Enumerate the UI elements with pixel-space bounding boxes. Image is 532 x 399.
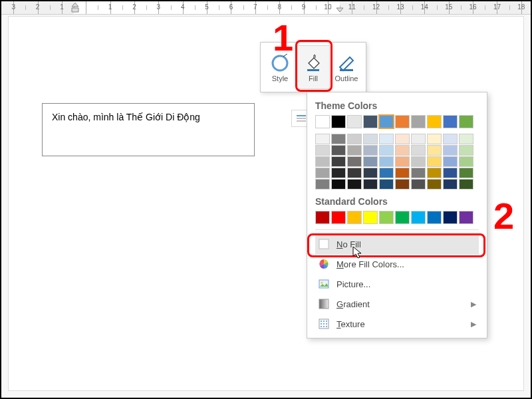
color-swatch[interactable] bbox=[395, 145, 410, 156]
color-swatch[interactable] bbox=[459, 211, 473, 224]
divider bbox=[315, 229, 479, 230]
color-swatch[interactable] bbox=[459, 168, 473, 178]
color-swatch[interactable] bbox=[363, 145, 378, 156]
color-swatch[interactable] bbox=[411, 156, 426, 167]
color-swatch[interactable] bbox=[459, 115, 473, 128]
color-swatch[interactable] bbox=[331, 179, 346, 190]
color-swatch[interactable] bbox=[331, 211, 346, 224]
color-swatch[interactable] bbox=[411, 145, 426, 156]
color-swatch[interactable] bbox=[379, 179, 394, 190]
color-swatch[interactable] bbox=[315, 134, 330, 144]
gradient-label: Gradient bbox=[336, 299, 370, 309]
color-swatch[interactable] bbox=[395, 156, 410, 167]
color-swatch[interactable] bbox=[411, 168, 426, 178]
color-swatch[interactable] bbox=[459, 134, 473, 144]
theme-colors-title: Theme Colors bbox=[315, 100, 479, 111]
color-swatch[interactable] bbox=[443, 179, 458, 190]
color-swatch[interactable] bbox=[379, 168, 394, 178]
color-swatch[interactable] bbox=[427, 179, 442, 190]
color-swatch[interactable] bbox=[427, 156, 442, 167]
color-swatch[interactable] bbox=[459, 145, 473, 156]
color-swatch[interactable] bbox=[443, 134, 458, 144]
color-swatch[interactable] bbox=[395, 115, 410, 128]
color-swatch[interactable] bbox=[443, 211, 458, 224]
gradient-fill-item[interactable]: Gradient ▶ bbox=[315, 294, 479, 314]
color-swatch[interactable] bbox=[363, 179, 378, 190]
color-swatch[interactable] bbox=[379, 211, 394, 224]
color-swatch[interactable] bbox=[331, 134, 346, 144]
color-swatch[interactable] bbox=[443, 145, 458, 156]
color-swatch[interactable] bbox=[411, 211, 426, 224]
gradient-icon bbox=[318, 298, 330, 310]
no-fill-item[interactable]: No Fill bbox=[315, 234, 479, 254]
fill-button[interactable]: Fill bbox=[297, 45, 330, 89]
color-swatch[interactable] bbox=[363, 168, 378, 178]
color-swatch[interactable] bbox=[427, 134, 442, 144]
more-fill-colors-label: More Fill Colors... bbox=[336, 259, 404, 269]
color-swatch[interactable] bbox=[379, 115, 394, 128]
color-swatch[interactable] bbox=[459, 156, 473, 167]
color-swatch[interactable] bbox=[315, 115, 330, 128]
color-swatch[interactable] bbox=[443, 168, 458, 178]
svg-point-16 bbox=[323, 321, 325, 322]
color-swatch[interactable] bbox=[347, 168, 362, 178]
color-swatch[interactable] bbox=[395, 168, 410, 178]
color-swatch[interactable] bbox=[395, 179, 410, 190]
svg-marker-1 bbox=[72, 8, 78, 12]
color-swatch[interactable] bbox=[347, 211, 362, 224]
svg-point-20 bbox=[326, 323, 327, 325]
color-swatch[interactable] bbox=[347, 156, 362, 167]
color-swatch[interactable] bbox=[363, 156, 378, 167]
color-swatch[interactable] bbox=[459, 179, 473, 190]
svg-rect-8 bbox=[340, 69, 353, 71]
color-swatch[interactable] bbox=[315, 156, 330, 167]
standard-colors-row bbox=[315, 211, 479, 224]
color-swatch[interactable] bbox=[331, 168, 346, 178]
color-swatch[interactable] bbox=[427, 211, 442, 224]
color-swatch[interactable] bbox=[315, 145, 330, 156]
no-fill-icon bbox=[318, 238, 330, 250]
color-swatch[interactable] bbox=[331, 156, 346, 167]
texture-fill-item[interactable]: Texture ▶ bbox=[315, 314, 479, 334]
color-swatch[interactable] bbox=[347, 134, 362, 144]
color-swatch[interactable] bbox=[347, 179, 362, 190]
text-box-shape[interactable]: Xin chào, mình là Thế Giới Di Động bbox=[42, 103, 255, 156]
color-swatch[interactable] bbox=[379, 156, 394, 167]
color-swatch[interactable] bbox=[395, 134, 410, 144]
color-swatch[interactable] bbox=[315, 179, 330, 190]
svg-rect-11 bbox=[319, 280, 329, 288]
color-swatch[interactable] bbox=[347, 145, 362, 156]
color-swatch[interactable] bbox=[443, 156, 458, 167]
color-swatch[interactable] bbox=[443, 115, 458, 128]
color-swatch[interactable] bbox=[411, 115, 426, 128]
svg-point-21 bbox=[321, 326, 322, 327]
svg-marker-2 bbox=[336, 8, 343, 12]
svg-rect-7 bbox=[307, 69, 319, 71]
color-swatch[interactable] bbox=[379, 145, 394, 156]
color-swatch[interactable] bbox=[427, 145, 442, 156]
svg-point-6 bbox=[273, 56, 287, 70]
svg-point-12 bbox=[321, 282, 323, 284]
svg-rect-13 bbox=[319, 299, 329, 309]
outline-button[interactable]: Outline bbox=[330, 45, 363, 89]
picture-fill-item[interactable]: Picture... bbox=[315, 274, 479, 294]
svg-point-22 bbox=[323, 326, 325, 327]
texture-icon bbox=[318, 318, 330, 330]
color-swatch[interactable] bbox=[411, 179, 426, 190]
submenu-arrow-icon: ▶ bbox=[471, 320, 476, 329]
color-swatch[interactable] bbox=[411, 134, 426, 144]
color-swatch[interactable] bbox=[331, 115, 346, 128]
more-fill-colors-item[interactable]: More Fill Colors... bbox=[315, 254, 479, 274]
color-swatch[interactable] bbox=[315, 168, 330, 178]
color-swatch[interactable] bbox=[427, 115, 442, 128]
color-swatch[interactable] bbox=[363, 115, 378, 128]
color-swatch[interactable] bbox=[315, 211, 330, 224]
color-swatch[interactable] bbox=[395, 211, 410, 224]
style-button[interactable]: Style bbox=[263, 45, 297, 89]
color-swatch[interactable] bbox=[347, 115, 362, 128]
color-swatch[interactable] bbox=[427, 168, 442, 178]
color-swatch[interactable] bbox=[363, 134, 378, 144]
color-swatch[interactable] bbox=[363, 211, 378, 224]
color-swatch[interactable] bbox=[331, 145, 346, 156]
color-swatch[interactable] bbox=[379, 134, 394, 144]
